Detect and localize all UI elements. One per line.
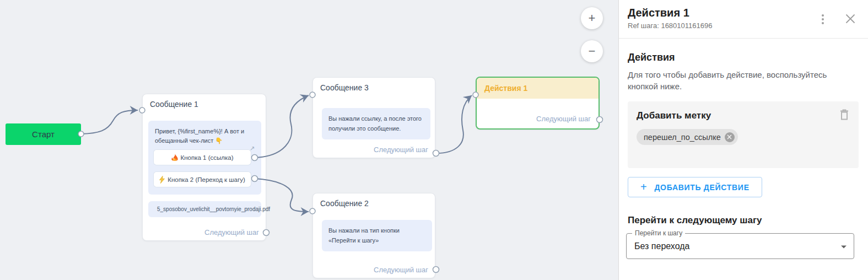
next-step-label: Следующий шаг bbox=[536, 115, 591, 123]
attachment-filename: 5_sposobov_uvelichit__povtornyie_prodaji… bbox=[157, 206, 270, 212]
message-button-1-label: Кнопка 1 (ссылка) bbox=[181, 154, 234, 161]
next-step-section-title: Перейти к следующему шагу bbox=[628, 215, 859, 226]
next-step-label: Следующий шаг bbox=[204, 228, 259, 236]
delete-action-button[interactable] bbox=[839, 109, 850, 123]
attachment-row[interactable]: 5_sposobov_uvelichit__povtornyie_prodaji… bbox=[148, 201, 261, 217]
more-options-button[interactable] bbox=[817, 14, 828, 25]
node-title: Сообщение 3 bbox=[320, 83, 369, 92]
tag-chip: перешел_по_ссылке bbox=[637, 129, 738, 145]
flow-builder: Старт Сообщение 1 Привет, {%first_name%}… bbox=[0, 0, 868, 280]
chip-close-icon bbox=[727, 134, 732, 139]
message-text: Вы нажали ссылку, а после этого получили… bbox=[322, 108, 430, 139]
edge-start-to-message1 bbox=[81, 110, 138, 134]
remove-tag-button[interactable] bbox=[725, 132, 735, 142]
start-node-label: Старт bbox=[32, 130, 55, 139]
edge-message3-to-actions1 bbox=[436, 95, 472, 153]
tag-chip-label: перешел_по_ссылке bbox=[644, 133, 721, 142]
plus-icon: + bbox=[640, 181, 647, 193]
node-message-2[interactable]: Сообщение 2 Вы нажали на тип кнопки «Пер… bbox=[312, 193, 435, 278]
add-action-button-label: ДОБАВИТЬ ДЕЙСТВИЕ bbox=[654, 183, 749, 192]
select-value: Без перехода bbox=[634, 241, 689, 251]
node-title: Сообщение 1 bbox=[150, 100, 198, 109]
node-message-3[interactable]: Сообщение 3 Вы нажали ссылку, а после эт… bbox=[312, 77, 435, 158]
port-start-out[interactable] bbox=[78, 131, 84, 137]
actions-description: Для того чтобы добавить действие, воспол… bbox=[628, 69, 848, 92]
port-actions1-next-out[interactable] bbox=[597, 117, 603, 123]
message-button-2[interactable]: Кнопка 2 (Переход к шагу) bbox=[154, 172, 251, 187]
plus-icon: + bbox=[589, 11, 596, 25]
zoom-out-button[interactable]: − bbox=[581, 40, 603, 62]
trash-icon bbox=[839, 109, 850, 121]
external-link-icon: ↗ bbox=[250, 145, 255, 152]
fire-icon bbox=[171, 154, 178, 161]
message-text: Вы нажали на тип кнопки «Перейти к шагу» bbox=[322, 220, 432, 251]
node-title: Сообщение 2 bbox=[320, 199, 369, 208]
actions-section-title: Действия bbox=[628, 52, 859, 63]
minus-icon: − bbox=[589, 44, 596, 58]
message-button-2-label: Кнопка 2 (Переход к шагу) bbox=[168, 176, 245, 183]
node-title: Действия 1 bbox=[484, 84, 527, 93]
action-card-title: Добавить метку bbox=[637, 110, 850, 121]
port-message3-in[interactable] bbox=[310, 92, 315, 98]
port-actions1-in[interactable] bbox=[473, 92, 478, 98]
node-start[interactable]: Старт bbox=[6, 123, 81, 145]
kebab-icon bbox=[822, 14, 824, 17]
message-text: Привет, {%first_name%}! А вот и обещанны… bbox=[148, 121, 261, 146]
next-step-label: Следующий шаг bbox=[374, 266, 428, 274]
port-message2-in[interactable] bbox=[310, 208, 315, 214]
edges-overlay bbox=[0, 0, 618, 280]
port-message1-in[interactable] bbox=[139, 107, 145, 113]
node-actions-1[interactable]: Действия 1 Следующий шаг bbox=[476, 77, 600, 130]
panel-header: Действия 1 Ref шага: 1680101161696 bbox=[619, 0, 868, 39]
lightning-icon bbox=[159, 176, 165, 184]
step-settings-panel: Действия 1 Ref шага: 1680101161696 Дейст… bbox=[618, 0, 868, 280]
port-button2-out[interactable] bbox=[252, 176, 258, 182]
close-panel-button[interactable] bbox=[845, 13, 856, 24]
action-card-add-tag: Добавить метку перешел_по_ссылке bbox=[628, 101, 859, 168]
add-action-button[interactable]: + ДОБАВИТЬ ДЕЙСТВИЕ bbox=[628, 177, 762, 197]
port-button1-out[interactable] bbox=[252, 155, 258, 161]
chevron-down-icon bbox=[841, 245, 847, 248]
message-button-1[interactable]: Кнопка 1 (ссылка) bbox=[154, 150, 251, 165]
node-message-1[interactable]: Сообщение 1 Привет, {%first_name%}! А во… bbox=[142, 94, 266, 241]
zoom-in-button[interactable]: + bbox=[581, 7, 603, 29]
close-icon bbox=[845, 13, 856, 24]
panel-body: Действия Для того чтобы добавить действи… bbox=[619, 52, 868, 259]
next-step-label: Следующий шаг bbox=[374, 146, 428, 154]
port-message3-next-out[interactable] bbox=[433, 150, 439, 157]
select-floating-label: Перейти к шагу bbox=[632, 229, 685, 237]
actions-node-header: Действия 1 bbox=[477, 78, 599, 99]
port-message2-next-out[interactable] bbox=[433, 267, 439, 273]
port-message1-next-out[interactable] bbox=[263, 230, 269, 236]
go-to-step-select[interactable]: Перейти к шагу Без перехода bbox=[626, 233, 854, 259]
